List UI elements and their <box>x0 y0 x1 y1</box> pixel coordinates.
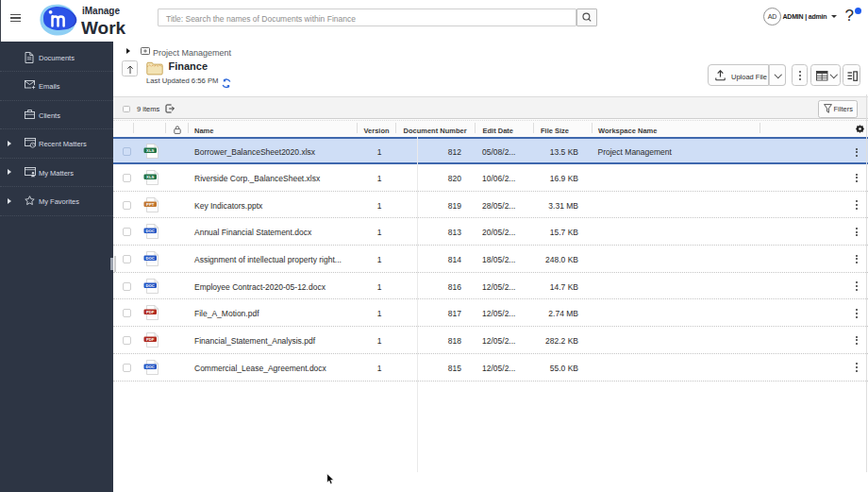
svg-text:DOC: DOC <box>145 256 154 261</box>
svg-text:PPT: PPT <box>146 201 155 206</box>
svg-text:DOC: DOC <box>145 282 154 287</box>
svg-text:PDF: PDF <box>146 337 155 342</box>
svg-text:DOC: DOC <box>145 229 154 233</box>
svg-text:XLS: XLS <box>146 175 154 179</box>
svg-text:XLS: XLS <box>146 148 154 153</box>
svg-text:PDF: PDF <box>146 310 155 314</box>
svg-text:DOC: DOC <box>145 365 154 369</box>
